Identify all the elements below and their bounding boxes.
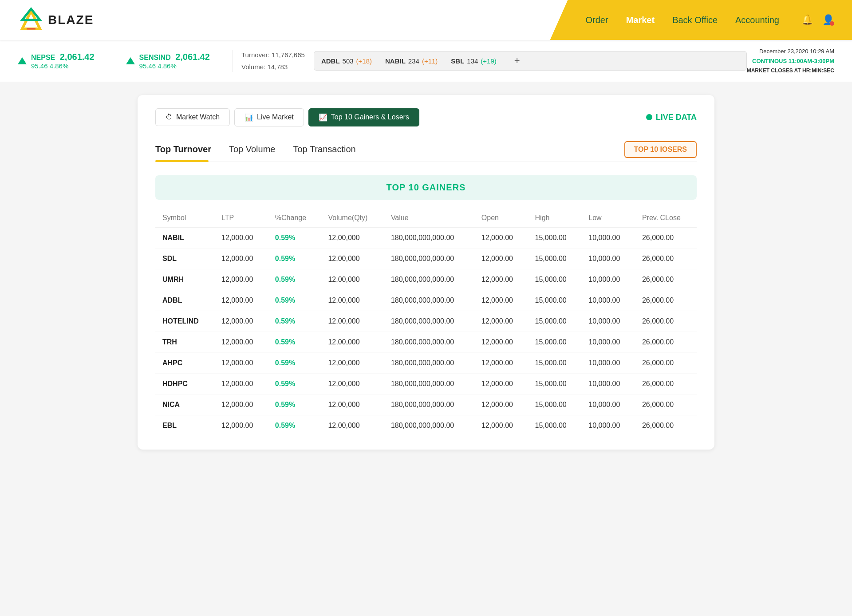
cell-ltp: 12,000.00 (214, 311, 268, 332)
cell-open: 12,000.00 (474, 269, 528, 290)
market-watch-label: Market Watch (176, 113, 220, 121)
cell-open: 12,000.00 (474, 248, 528, 269)
cell-pctchange: 0.59% (268, 269, 321, 290)
cell-high: 15,000.00 (528, 311, 582, 332)
sensind-value: 2,061.42 (175, 52, 210, 62)
cell-volume: 12,00,000 (321, 415, 383, 436)
cell-value: 180,000,000,000.00 (384, 332, 474, 352)
main-content: ⏱ Market Watch 📊 Live Market 📈 Top 10 Ga… (138, 95, 714, 450)
cell-high: 15,000.00 (528, 415, 582, 436)
cell-symbol: EBL (155, 415, 214, 436)
add-watchlist-button[interactable]: + (514, 55, 520, 67)
market-watch-icon: ⏱ (166, 113, 173, 121)
table-row: SDL 12,000.00 0.59% 12,00,000 180,000,00… (155, 248, 697, 269)
cell-high: 15,000.00 (528, 373, 582, 394)
cell-ltp: 12,000.00 (214, 290, 268, 311)
sub-tab-top-transaction[interactable]: Top Transaction (293, 140, 373, 162)
user-icon[interactable]: 👤 (822, 14, 834, 26)
cell-high: 15,000.00 (528, 352, 582, 373)
watch-item-adbl: ADBL 503 (+18) (321, 57, 372, 65)
cell-symbol: HDHPC (155, 373, 214, 394)
col-prev-close: Prev. CLose (635, 209, 697, 228)
cell-value: 180,000,000,000.00 (384, 415, 474, 436)
table-row: NICA 12,000.00 0.59% 12,00,000 180,000,0… (155, 394, 697, 415)
nepse-change: 95.46 4.86% (31, 62, 95, 70)
divider-2 (232, 50, 233, 72)
tab-live-market[interactable]: 📊 Live Market (234, 108, 304, 126)
cell-open: 12,000.00 (474, 227, 528, 248)
table-row: UMRH 12,000.00 0.59% 12,00,000 180,000,0… (155, 269, 697, 290)
nav-accounting[interactable]: Accounting (735, 15, 779, 25)
cell-volume: 12,00,000 (321, 290, 383, 311)
live-market-label: Live Market (257, 113, 294, 121)
cell-value: 180,000,000,000.00 (384, 248, 474, 269)
cell-volume: 12,00,000 (321, 352, 383, 373)
user-status-dot (830, 21, 834, 26)
cell-low: 10,000.00 (581, 227, 635, 248)
header: BLAZE Order Market Back Office Accountin… (0, 0, 852, 40)
cell-ltp: 12,000.00 (214, 248, 268, 269)
nepse-index: NEPSE 2,061.42 95.46 4.86% (18, 52, 95, 70)
cell-low: 10,000.00 (581, 373, 635, 394)
cell-symbol: UMRH (155, 269, 214, 290)
cell-symbol: SDL (155, 248, 214, 269)
watch-item-sbl: SBL 134 (+19) (451, 57, 496, 65)
watch-symbol-adbl: ADBL (321, 57, 340, 65)
col-high: High (528, 209, 582, 228)
tab-market-watch[interactable]: ⏱ Market Watch (155, 108, 230, 126)
cell-volume: 12,00,000 (321, 373, 383, 394)
cell-ltp: 12,000.00 (214, 352, 268, 373)
table-row: HDHPC 12,000.00 0.59% 12,00,000 180,000,… (155, 373, 697, 394)
watch-price-adbl: 503 (343, 57, 354, 65)
cell-value: 180,000,000,000.00 (384, 394, 474, 415)
watchlist-bar: ADBL 503 (+18) NABIL 234 (+11) SBL 134 (… (314, 51, 747, 71)
top10-losers-button[interactable]: TOP 10 IOSERS (624, 141, 697, 158)
cell-ltp: 12,000.00 (214, 269, 268, 290)
svg-marker-1 (22, 9, 40, 20)
cell-high: 15,000.00 (528, 227, 582, 248)
divider-1 (117, 50, 117, 72)
cell-symbol: HOTELIND (155, 311, 214, 332)
col-symbol: Symbol (155, 209, 214, 228)
market-hours: CONTINOUS 11:00AM-3:00PM (747, 56, 834, 66)
cell-volume: 12,00,000 (321, 332, 383, 352)
cell-volume: 12,00,000 (321, 269, 383, 290)
logo-area: BLAZE (18, 7, 94, 33)
cell-volume: 12,00,000 (321, 311, 383, 332)
sub-tab-top-turnover[interactable]: Top Turnover (155, 140, 229, 162)
col-volume: Volume(Qty) (321, 209, 383, 228)
nav-bar: Order Market Back Office Accounting 🔔 👤 (550, 0, 852, 40)
live-data-badge: LIVE DATA (646, 113, 697, 122)
cell-ltp: 12,000.00 (214, 332, 268, 352)
nav-backoffice[interactable]: Back Office (672, 15, 718, 25)
nav-market[interactable]: Market (626, 15, 655, 25)
col-low: Low (581, 209, 635, 228)
watch-price-sbl: 134 (467, 57, 478, 65)
cell-high: 15,000.00 (528, 290, 582, 311)
cell-low: 10,000.00 (581, 415, 635, 436)
sub-tab-top-volume[interactable]: Top Volume (229, 140, 293, 162)
tab-top10-gainers-losers[interactable]: 📈 Top 10 Gainers & Losers (308, 108, 419, 126)
sensind-change: 95.46 4.86% (139, 62, 210, 70)
nav-order[interactable]: Order (586, 15, 608, 25)
table-row: EBL 12,000.00 0.59% 12,00,000 180,000,00… (155, 415, 697, 436)
cell-pctchange: 0.59% (268, 352, 321, 373)
table-row: HOTELIND 12,000.00 0.59% 12,00,000 180,0… (155, 311, 697, 332)
cell-open: 12,000.00 (474, 373, 528, 394)
cell-low: 10,000.00 (581, 269, 635, 290)
section-title: TOP 10 GAINERS (155, 175, 697, 200)
turnover-block: Turnover: 11,767,665 Volume: 14,783 (241, 49, 305, 73)
brand-name: BLAZE (48, 13, 94, 27)
cell-ltp: 12,000.00 (214, 373, 268, 394)
datetime-text: December 23,2020 10:29 AM (747, 47, 834, 56)
cell-open: 12,000.00 (474, 394, 528, 415)
cell-prev-close: 26,000.00 (635, 373, 697, 394)
col-pctchange: %Change (268, 209, 321, 228)
cell-pctchange: 0.59% (268, 227, 321, 248)
cell-prev-close: 26,000.00 (635, 290, 697, 311)
table-row: TRH 12,000.00 0.59% 12,00,000 180,000,00… (155, 332, 697, 352)
cell-prev-close: 26,000.00 (635, 415, 697, 436)
cell-pctchange: 0.59% (268, 373, 321, 394)
cell-open: 12,000.00 (474, 332, 528, 352)
bell-icon[interactable]: 🔔 (801, 14, 813, 26)
